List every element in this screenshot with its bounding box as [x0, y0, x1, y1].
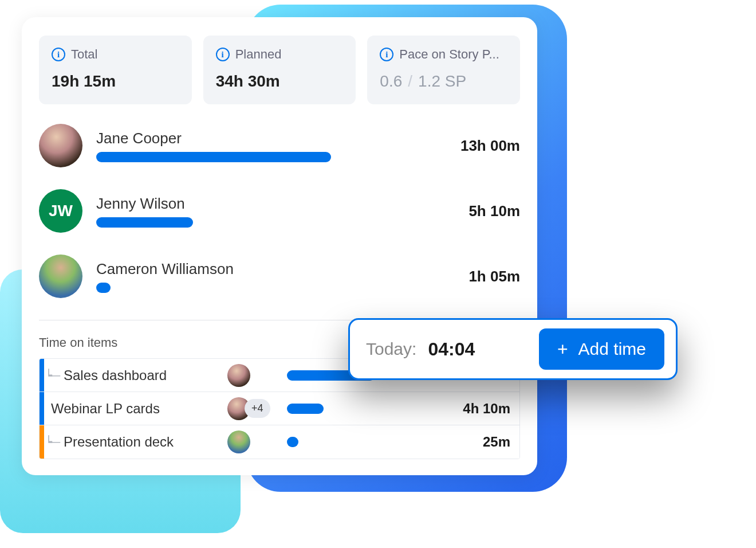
subitem-indent: ┕─: [44, 369, 61, 382]
subitem-tree-icon: ┕─: [45, 369, 60, 382]
stat-label: Total: [71, 47, 97, 62]
avatar[interactable]: [39, 124, 82, 167]
person-time: 13h 00m: [460, 137, 520, 155]
add-time-label: Add time: [578, 339, 646, 359]
item-row[interactable]: ┕─Presentation deck25m: [40, 425, 519, 459]
progress-bar: [96, 152, 447, 162]
stat-label: Planned: [235, 47, 282, 62]
stat-card-pace[interactable]: i Pace on Story P... 0.6/1.2 SP: [367, 36, 520, 104]
avatar-overflow-badge[interactable]: +4: [245, 399, 270, 418]
progress-bar-fill: [96, 152, 331, 162]
item-time: 4h 10m: [434, 401, 519, 417]
progress-bar-fill: [287, 437, 298, 447]
info-icon[interactable]: i: [52, 48, 65, 61]
person-name: Jenny Wilson: [96, 195, 455, 213]
person-main: Jenny Wilson: [96, 195, 455, 228]
info-icon[interactable]: i: [380, 48, 393, 61]
row-accent: [40, 392, 44, 425]
subitem-tree-icon: ┕─: [45, 435, 60, 449]
info-icon[interactable]: i: [216, 48, 230, 61]
add-time-button[interactable]: + Add time: [539, 328, 664, 370]
progress-bar: [96, 283, 455, 293]
person-row[interactable]: JWJenny Wilson5h 10m: [39, 189, 520, 233]
stat-value-pace: 0.6/1.2 SP: [380, 72, 507, 91]
item-bar-cell: [279, 437, 434, 447]
person-main: Cameron Williamson: [96, 260, 455, 293]
stat-value-total: 19h 15m: [52, 72, 179, 91]
avatar[interactable]: [227, 430, 250, 453]
time-tracking-card: i Total 19h 15m i Planned 34h 30m i Pace…: [22, 17, 537, 475]
item-row[interactable]: Webinar LP cards+44h 10m: [40, 392, 519, 425]
item-name: Webinar LP cards: [44, 401, 227, 417]
person-time: 1h 05m: [468, 268, 520, 285]
subitem-indent: ┕─: [44, 435, 61, 449]
pace-target: 1.2 SP: [418, 72, 466, 90]
item-bar-cell: [279, 404, 434, 414]
item-name: Presentation deck: [61, 434, 227, 450]
item-avatars[interactable]: +4: [227, 397, 279, 420]
avatar[interactable]: [39, 255, 82, 298]
person-row[interactable]: Jane Cooper13h 00m: [39, 124, 520, 167]
stat-card-total[interactable]: i Total 19h 15m: [39, 36, 192, 104]
stat-label: Pace on Story P...: [399, 47, 499, 62]
item-avatars[interactable]: [227, 364, 279, 387]
item-time: 25m: [434, 434, 519, 450]
progress-bar-fill: [287, 404, 324, 414]
plus-icon: +: [557, 340, 568, 358]
stat-card-planned[interactable]: i Planned 34h 30m: [203, 36, 356, 104]
pace-current: 0.6: [380, 72, 402, 90]
stats-row: i Total 19h 15m i Planned 34h 30m i Pace…: [36, 36, 523, 104]
row-accent: [40, 425, 44, 459]
row-accent: [40, 359, 44, 392]
today-time: 04:04: [428, 339, 475, 360]
today-label: Today:: [366, 339, 416, 359]
person-name: Cameron Williamson: [96, 260, 455, 278]
progress-bar-fill: [96, 283, 111, 293]
item-avatars[interactable]: [227, 430, 279, 453]
person-row[interactable]: Cameron Williamson1h 05m: [39, 255, 520, 298]
today-popup: Today: 04:04 + Add time: [348, 318, 678, 380]
avatar[interactable]: [227, 364, 250, 387]
person-main: Jane Cooper: [96, 130, 447, 162]
avatar[interactable]: JW: [39, 189, 82, 233]
people-list: Jane Cooper13h 00mJWJenny Wilson5h 10mCa…: [36, 124, 523, 298]
progress-bar-fill: [96, 217, 193, 228]
progress-bar: [96, 217, 455, 228]
person-time: 5h 10m: [468, 202, 520, 220]
item-name: Sales dashboard: [61, 367, 227, 383]
person-name: Jane Cooper: [96, 130, 447, 147]
stat-value-planned: 34h 30m: [216, 72, 344, 91]
